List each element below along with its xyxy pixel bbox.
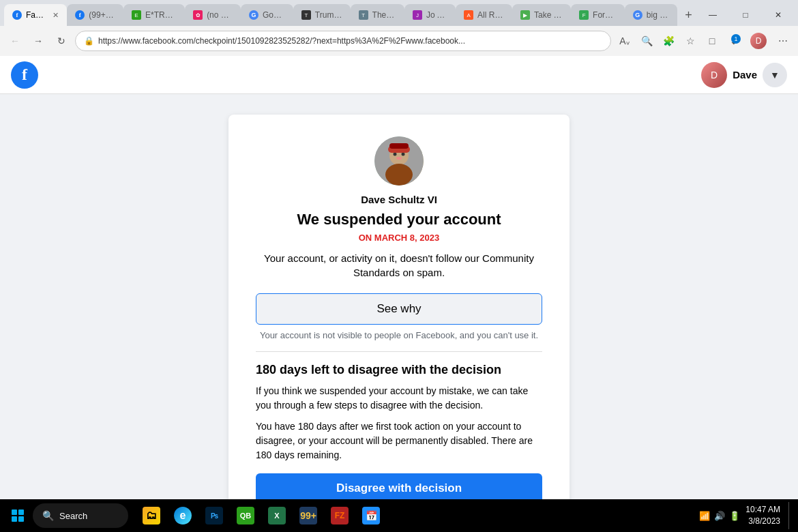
disagree-title: 180 days left to disagree with the decis… <box>256 363 542 377</box>
tab-9[interactable]: ▶ Take You <box>512 4 571 26</box>
browser-profile[interactable]: D <box>746 31 771 50</box>
tab-11-label: big che <box>647 10 669 20</box>
maximize-button[interactable]: □ <box>730 4 761 26</box>
volume-icon[interactable]: 🔊 <box>714 511 725 521</box>
reader-view-icon[interactable]: Aᵥ <box>615 31 634 50</box>
tab-6-label: The Lar <box>372 10 396 20</box>
network-icon[interactable]: 📶 <box>699 511 710 521</box>
tab-7-label: Jo And <box>426 10 447 20</box>
clock-date: 3/8/2023 <box>745 516 780 527</box>
content-area: Dave Schultz VI We suspended your accoun… <box>0 94 798 532</box>
taskbar-system: 📶 🔊 🔋 10:47 AM 3/8/2023 <box>699 502 793 529</box>
fb-dropdown-button[interactable]: ▼ <box>763 63 787 87</box>
taskbar-app-excel[interactable]: X <box>262 501 292 531</box>
tab-7[interactable]: J Jo And <box>404 4 456 26</box>
extensions-icon[interactable]: 🧩 <box>659 31 678 50</box>
svg-point-2 <box>385 164 413 186</box>
suspension-card: Dave Schultz VI We suspended your accoun… <box>228 115 570 525</box>
taskbar: 🔍 Search 🗂 e Ps QB X 99+ FZ <box>0 499 798 532</box>
tab-bar: f Face... ✕ f (99+)Me E E*TRADE ✿ (no su… <box>0 0 798 26</box>
search-page-icon[interactable]: 🔍 <box>637 31 656 50</box>
taskbar-app-ps[interactable]: Ps <box>199 501 229 531</box>
svg-point-5 <box>396 157 402 160</box>
badge-icon: 99+ <box>299 507 317 524</box>
suspend-description: Your account, or activity on it, doesn't… <box>256 251 542 280</box>
svg-point-3 <box>394 153 397 156</box>
windows-logo-icon <box>12 509 24 522</box>
close-button[interactable]: ✕ <box>763 4 794 26</box>
tab-5[interactable]: T Trump H <box>293 4 351 26</box>
disagree-desc-1: If you think we suspended your account b… <box>256 384 542 413</box>
tab-close-btn[interactable]: ✕ <box>53 11 59 20</box>
tab-2[interactable]: E E*TRADE <box>123 4 185 26</box>
download-badge: 1 <box>731 34 741 44</box>
suspend-title: We suspended your account <box>256 211 542 228</box>
tab-4[interactable]: G Google <box>241 4 293 26</box>
disagree-desc-2: You have 180 days after we first took ac… <box>256 419 542 462</box>
start-button[interactable] <box>5 503 30 528</box>
new-tab-button[interactable]: + <box>680 5 697 25</box>
address-bar-row: ← → ↻ 🔒 https://www.facebook.com/checkpo… <box>0 26 798 56</box>
tab-1[interactable]: f (99+)Me <box>67 4 123 26</box>
fb-profile-pic: D <box>701 62 727 88</box>
taskbar-search-text: Search <box>59 511 87 521</box>
tab-6[interactable]: T The Lar <box>351 4 404 26</box>
facebook-header: f D Dave ▼ <box>0 56 798 94</box>
fb-header-right: D Dave ▼ <box>701 62 787 88</box>
user-avatar <box>374 136 424 186</box>
taskbar-search[interactable]: 🔍 Search <box>33 503 128 528</box>
lock-icon: 🔒 <box>84 36 94 46</box>
battery-icon[interactable]: 🔋 <box>729 511 740 521</box>
fb-profile[interactable]: D Dave <box>701 62 757 88</box>
tab-1-label: (99+)Me <box>89 10 115 20</box>
photoshop-icon: Ps <box>205 507 223 524</box>
svg-point-4 <box>402 153 405 156</box>
taskbar-app-filezilla[interactable]: FZ <box>325 501 355 531</box>
toolbar-icons: Aᵥ 🔍 🧩 ☆ □ ⬇ 1 D ⋯ <box>615 31 793 50</box>
address-bar[interactable]: 🔒 https://www.facebook.com/checkpoint/15… <box>75 31 611 51</box>
user-name: Dave Schultz VI <box>256 194 542 205</box>
forward-button[interactable]: → <box>29 31 48 50</box>
see-why-button[interactable]: See why <box>256 293 542 325</box>
tab-10[interactable]: F Forums <box>571 4 625 26</box>
avatar-svg <box>374 136 424 186</box>
tab-5-label: Trump H <box>315 10 342 20</box>
active-tab[interactable]: f Face... ✕ <box>4 4 67 26</box>
tab-4-label: Google <box>263 10 285 20</box>
taskbar-clock[interactable]: 10:47 AM 3/8/2023 <box>745 504 780 527</box>
tab-8-label: All Road <box>477 10 504 20</box>
tab-9-label: Take You <box>534 10 563 20</box>
filezilla-icon: FZ <box>331 507 349 524</box>
not-visible-text: Your account is not visible to people on… <box>256 330 542 340</box>
explorer-icon: 🗂 <box>143 507 160 524</box>
collections-icon[interactable]: □ <box>703 31 722 50</box>
tab-8[interactable]: A All Road <box>456 4 512 26</box>
taskbar-app-explorer[interactable]: 🗂 <box>136 501 166 531</box>
download-icon[interactable]: ⬇ 1 <box>724 31 743 50</box>
tab-10-label: Forums <box>593 10 617 20</box>
taskbar-app-edge[interactable]: e <box>168 501 198 531</box>
user-avatar-inner <box>374 136 424 186</box>
divider <box>256 351 542 352</box>
svg-rect-7 <box>389 143 409 149</box>
clock-time: 10:47 AM <box>745 504 780 516</box>
minimize-button[interactable]: — <box>697 4 728 26</box>
tab-11[interactable]: G big che <box>625 4 677 26</box>
back-button[interactable]: ← <box>5 31 25 50</box>
fb-profile-name: Dave <box>733 69 757 80</box>
facebook-logo[interactable]: f <box>11 61 38 89</box>
taskbar-app-blue[interactable]: 📅 <box>356 501 386 531</box>
url-text: https://www.facebook.com/checkpoint/1501… <box>98 36 602 46</box>
favorites-icon[interactable]: ☆ <box>681 31 700 50</box>
tab-3-label: (no sub) <box>207 10 233 20</box>
taskbar-apps: 🗂 e Ps QB X 99+ FZ 📅 <box>136 501 386 531</box>
reload-button[interactable]: ↻ <box>52 31 71 50</box>
show-desktop-button[interactable] <box>788 502 793 529</box>
quickbooks-icon: QB <box>237 507 254 524</box>
page-wrapper: f D Dave ▼ <box>0 56 798 532</box>
excel-icon: X <box>268 507 286 524</box>
settings-icon[interactable]: ⋯ <box>773 31 793 50</box>
taskbar-app-qb[interactable]: QB <box>231 501 261 531</box>
taskbar-app-badge[interactable]: 99+ <box>293 501 323 531</box>
tab-3[interactable]: ✿ (no sub) <box>185 4 241 26</box>
